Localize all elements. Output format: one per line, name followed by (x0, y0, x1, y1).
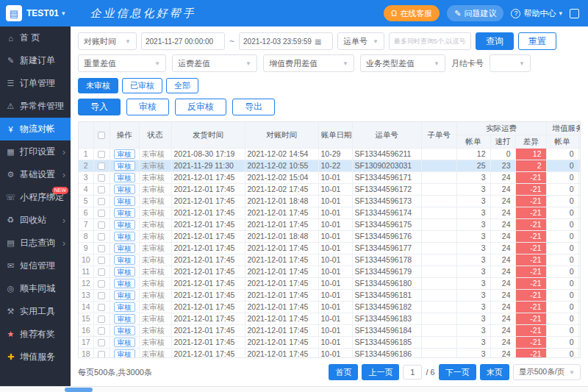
audit-row-button[interactable]: 审核 (114, 173, 135, 182)
last-page-button[interactable]: 末页 (480, 364, 509, 380)
row-checkbox[interactable] (98, 245, 105, 252)
reset-button[interactable]: 重置 (518, 32, 556, 50)
row-checkbox[interactable] (98, 198, 105, 205)
table-row[interactable]: 13审核未审核2021-12-01 17:452021-12-01 17:451… (79, 290, 581, 302)
sidebar-item-new-order[interactable]: ✎新建订单 (0, 49, 71, 72)
audit-row-button[interactable]: 审核 (114, 232, 135, 241)
audit-row-button[interactable]: 审核 (114, 161, 135, 171)
table-row[interactable]: 10审核未审核2021-12-01 17:452021-12-01 17:451… (79, 254, 581, 266)
audit-row-button[interactable]: 审核 (114, 255, 135, 265)
date-to-input[interactable]: 2021-12-03 23:59:59 ▦ (239, 32, 333, 50)
select-all-checkbox[interactable] (98, 132, 105, 139)
table-row[interactable]: 16审核未审核2021-12-01 17:452021-12-01 17:451… (79, 325, 581, 337)
row-checkbox[interactable] (98, 268, 105, 276)
sidebar-item-order-mgmt[interactable]: ☰订单管理 (0, 72, 71, 95)
prev-page-button[interactable]: 上一页 (362, 364, 399, 380)
freight-diff-select[interactable]: 运费差值 ▼ (172, 54, 257, 72)
first-page-button[interactable]: 首页 (329, 364, 358, 380)
waybill-type-select[interactable]: 运单号 ▼ (337, 32, 384, 50)
row-checkbox[interactable] (98, 316, 105, 323)
audit-row-button[interactable]: 审核 (114, 349, 135, 358)
search-button[interactable]: 查询 (476, 32, 514, 50)
scrollbar-thumb[interactable] (65, 388, 93, 392)
row-checkbox[interactable] (98, 304, 105, 311)
row-checkbox[interactable] (98, 221, 105, 229)
table-row[interactable]: 4审核未审核2021-12-01 17:452021-12-02 17:4510… (79, 184, 581, 196)
horizontal-scrollbar[interactable] (0, 386, 588, 392)
row-checkbox[interactable] (98, 151, 105, 158)
audit-button[interactable]: 审核 (126, 99, 169, 115)
table-row[interactable]: 6审核未审核2021-12-01 17:452021-12-01 17:4510… (79, 207, 581, 219)
sidebar-item-miniprogram-bind[interactable]: ☏小程序绑定NEW (0, 186, 71, 209)
row-checkbox[interactable] (98, 257, 105, 264)
table-row[interactable]: 11审核未审核2021-12-01 17:452021-12-01 17:451… (79, 266, 581, 278)
audit-row-button[interactable]: 审核 (114, 314, 135, 324)
import-button[interactable]: 导入 (78, 99, 121, 115)
table-row[interactable]: 17审核未审核2021-12-01 17:452021-12-01 17:451… (79, 337, 581, 349)
table-row[interactable]: 9审核未审核2021-12-01 17:452021-12-01 17:4510… (79, 243, 581, 254)
export-button[interactable]: 导出 (232, 99, 275, 115)
help-center-button[interactable]: ? 帮助中心 ▾ (511, 8, 562, 19)
table-row[interactable]: 2审核未审核2021-11-29 11:302021-12-02 10:5510… (79, 160, 581, 172)
sidebar-item-vas[interactable]: ✚增值服务 (0, 346, 71, 368)
tab-all[interactable]: 全部 (166, 78, 198, 93)
audit-row-button[interactable]: 审核 (114, 185, 135, 194)
sidebar-item-basic-settings[interactable]: ⚙基础设置› (0, 163, 71, 186)
row-checkbox[interactable] (98, 339, 105, 346)
row-checkbox[interactable] (98, 174, 105, 182)
online-service-button[interactable]: Ω 在线客服 (384, 5, 440, 21)
row-checkbox[interactable] (98, 351, 105, 358)
sidebar-item-print-settings[interactable]: ▦打印设置› (0, 140, 71, 163)
row-checkbox[interactable] (98, 233, 105, 240)
table-row[interactable]: 15审核未审核2021-12-01 17:452021-12-01 17:451… (79, 313, 581, 325)
table-row[interactable]: 14审核未审核2021-12-01 17:452021-12-01 17:451… (79, 302, 581, 313)
sidebar-item-tools[interactable]: ⚒实用工具 (0, 300, 71, 323)
tab-audited[interactable]: 已审核 (122, 78, 162, 93)
audit-row-button[interactable]: 审核 (114, 267, 135, 277)
page-size-select[interactable]: 显示500条/页 ▼ (513, 364, 581, 380)
row-checkbox[interactable] (98, 186, 105, 193)
date-from-input[interactable]: 2021-11-27 00:00:00 (141, 32, 225, 50)
audit-row-button[interactable]: 审核 (114, 196, 135, 206)
sidebar-item-log-query[interactable]: ▤日志查询› (0, 232, 71, 254)
audit-row-button[interactable]: 审核 (114, 220, 135, 229)
table-row[interactable]: 1审核未审核2021-08-30 17:192021-12-02 14:5410… (79, 149, 581, 160)
table-row[interactable]: 18审核未审核2021-12-01 17:452021-12-01 17:451… (79, 349, 581, 359)
audit-row-button[interactable]: 审核 (114, 149, 135, 159)
table-row[interactable]: 5审核未审核2021-12-01 17:452021-12-01 18:4810… (79, 196, 581, 207)
audit-row-button[interactable]: 审核 (114, 326, 135, 335)
row-checkbox[interactable] (98, 163, 105, 170)
page-input[interactable] (403, 365, 422, 379)
biz-type-diff-select[interactable]: 业务类型差值 ▼ (360, 54, 445, 72)
row-checkbox[interactable] (98, 280, 105, 288)
table-row[interactable]: 7审核未审核2021-12-01 17:452021-12-01 17:4510… (79, 219, 581, 231)
table-row[interactable]: 8审核未审核2021-12-01 17:452021-12-01 18:4810… (79, 231, 581, 243)
vas-fee-diff-select[interactable]: 增值费用差值 ▼ (263, 54, 354, 72)
audit-row-button[interactable]: 审核 (114, 243, 135, 253)
sidebar-item-home[interactable]: ⌂首 页 (0, 26, 71, 49)
sidebar-item-exception-mgmt[interactable]: ⚠异常件管理 (0, 95, 71, 118)
sidebar-item-recycle-bin[interactable]: ♻回收站› (0, 209, 71, 232)
next-page-button[interactable]: 下一页 (439, 364, 476, 380)
audit-row-button[interactable]: 审核 (114, 302, 135, 312)
sidebar-item-logistics-recon[interactable]: ¥物流对帐 (0, 118, 71, 140)
account-switcher[interactable]: TEST01 ▾ (26, 8, 65, 18)
audit-row-button[interactable]: 审核 (114, 208, 135, 218)
feedback-button[interactable]: ✎ 问题建议 (447, 5, 503, 21)
row-checkbox[interactable] (98, 292, 105, 299)
row-checkbox[interactable] (98, 327, 105, 335)
monthly-card-select[interactable]: ▼ (490, 54, 531, 72)
weight-diff-select[interactable]: 重量差值 ▼ (78, 54, 166, 72)
sidebar-item-sf-city[interactable]: ◎顺丰同城 (0, 277, 71, 300)
table-row[interactable]: 12审核未审核2021-12-01 17:452021-12-01 17:451… (79, 278, 581, 290)
audit-row-button[interactable]: 审核 (114, 338, 135, 347)
sidebar-item-sms-mgmt[interactable]: ✉短信管理 (0, 254, 71, 277)
row-checkbox[interactable] (98, 210, 105, 217)
fullscreen-icon[interactable] (570, 9, 579, 18)
audit-row-button[interactable]: 审核 (114, 279, 135, 288)
table-row[interactable]: 3审核未审核2021-12-01 17:452021-12-02 15:0410… (79, 172, 581, 184)
unaudit-button[interactable]: 反审核 (175, 99, 226, 115)
sidebar-item-referral[interactable]: ★推荐有奖 (0, 323, 71, 346)
recon-time-type-select[interactable]: 对账时间 ▼ (78, 32, 137, 50)
audit-row-button[interactable]: 审核 (114, 291, 135, 300)
